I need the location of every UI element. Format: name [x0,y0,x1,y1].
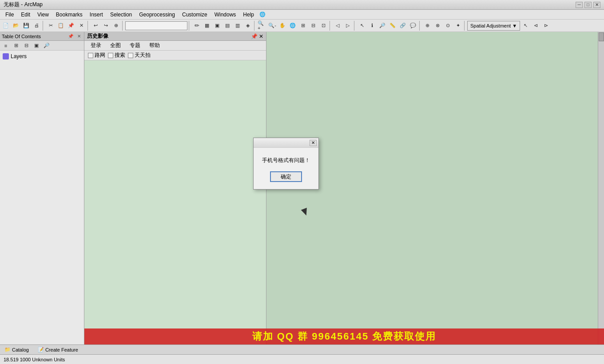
pan-btn[interactable]: ✋ [278,21,287,31]
select-frame[interactable]: ⊡ [318,21,328,31]
edit-tool5[interactable]: ◈ [243,21,253,31]
close-button[interactable]: ✕ [593,2,600,8]
filter-daily[interactable]: 天天拍 [128,51,151,59]
add-data-btn[interactable]: ⊕ [111,21,121,31]
daily-checkbox[interactable] [128,53,133,58]
cut-btn[interactable]: ✂ [46,21,56,31]
find-btn[interactable]: 🔎 [378,21,387,31]
fwd-extent[interactable]: ▷ [343,21,353,31]
hist-pin-btn[interactable]: 📌 [251,33,258,40]
status-bar: 18.519 1000 Unknown Units [0,354,604,364]
toc-source-view[interactable]: ⊟ [21,41,31,51]
fixed-zoom-in[interactable]: ⊞ [298,21,308,31]
right-scrollbar[interactable] [598,32,604,344]
watermark-banner: 请加 QQ 群 996456145 免费获取使用 [84,328,604,344]
spatial-find[interactable]: ⊕ [422,21,432,31]
coord-value: 18.519 [4,357,19,362]
spatial-prev[interactable]: ⊲ [531,21,540,31]
scale-dropdown[interactable] [125,21,187,30]
toc-select-view[interactable]: ▣ [32,41,41,51]
roadnet-checkbox[interactable] [88,53,93,58]
fixed-zoom-out[interactable]: ⊟ [308,21,318,31]
menu-file[interactable]: File [2,11,17,19]
filter-roadnet[interactable]: 路网 [88,51,105,59]
sep4 [189,21,191,31]
menu-windows[interactable]: Windows [211,11,240,19]
catalog-tab[interactable]: 📁 Catalog [2,346,32,353]
spatial-tool3[interactable]: ⊙ [443,21,453,31]
redo-btn[interactable]: ↪ [101,21,111,31]
edit-tool2[interactable]: ▣ [212,21,222,31]
menu-view[interactable]: View [34,11,52,19]
scrollbar-thumb[interactable] [599,32,604,41]
measure-btn[interactable]: 📏 [388,21,397,31]
target-layer-btn[interactable]: ▦ [202,21,212,31]
paste-btn[interactable]: 📌 [66,21,76,31]
window-controls: ─ □ ✕ [576,2,600,8]
toc-drawing-order[interactable]: ⊞ [11,41,21,51]
open-btn[interactable]: 📂 [11,21,21,31]
layers-group[interactable]: Layers [2,52,82,60]
globe-icon[interactable]: 🌐 [258,10,267,20]
delete-btn[interactable]: ✕ [76,21,86,31]
hist-menu: 登录 全图 专题 帮助 [84,41,266,51]
menu-selection[interactable]: Selection [107,11,135,19]
hist-map-area [84,60,266,344]
identify-btn[interactable]: ℹ [367,21,377,31]
toc-search[interactable]: 🔎 [42,41,52,51]
menu-customize[interactable]: Customize [179,11,211,19]
menu-help[interactable]: Help [239,11,258,19]
spatial-dropdown-arrow: ▼ [512,23,517,28]
hyperlink-btn[interactable]: 🔗 [398,21,408,31]
toc-content: Layers [0,51,84,344]
save-btn[interactable]: 💾 [21,21,31,31]
maximize-button[interactable]: □ [584,2,592,8]
hist-title: 历史影像 [87,32,108,40]
edit-tool3[interactable]: ▤ [223,21,232,31]
hist-menu-fullmap[interactable]: 全图 [106,41,125,50]
hist-close-btn[interactable]: ✕ [259,33,263,40]
html-popup[interactable]: 💬 [408,21,418,31]
menu-bookmarks[interactable]: Bookmarks [52,11,86,19]
search-checkbox[interactable] [108,53,113,58]
toc-close-btn[interactable]: ✕ [76,33,82,39]
zoom-in-btn[interactable]: 🔍+ [257,21,267,31]
undo-btn[interactable]: ↩ [91,21,100,31]
hist-menu-theme[interactable]: 专题 [125,41,145,50]
back-extent[interactable]: ◁ [333,21,342,31]
filter-search[interactable]: 搜索 [108,51,125,59]
dialog-ok-button[interactable]: 确定 [270,171,302,182]
minimize-button[interactable]: ─ [576,2,583,8]
copy-btn[interactable]: 📋 [56,21,66,31]
spatial-tool2[interactable]: ⊗ [433,21,442,31]
menu-edit[interactable]: Edit [17,11,34,19]
world-btn[interactable]: 🌐 [288,21,298,31]
toc-list-view[interactable]: ≡ [1,41,11,51]
spatial-adjustment-dropdown[interactable]: Spatial Adjustment ▼ [467,21,520,31]
spatial-cursor[interactable]: ↖ [521,21,530,31]
edit-vertices-btn[interactable]: ✏ [192,21,202,31]
catalog-label: Catalog [12,347,29,352]
roadnet-label: 路网 [95,51,105,59]
hist-menu-login[interactable]: 登录 [86,41,106,50]
sep9 [464,21,466,31]
sep2 [87,21,89,31]
toc-pin-btn[interactable]: 📌 [67,33,75,39]
print-btn[interactable]: 🖨 [32,21,41,31]
select-arrow[interactable]: ↖ [357,21,367,31]
main-toolbar: 📄 📂 💾 🖨 ✂ 📋 📌 ✕ ↩ ↪ ⊕ ✏ ▦ ▣ ▤ ▥ ◈ 🔍+ 🔍- … [0,20,604,32]
spatial-next[interactable]: ⊳ [541,21,551,31]
zoom-out-btn[interactable]: 🔍- [267,21,277,31]
hist-controls: 📌 ✕ [251,33,263,40]
spatial-tool4[interactable]: ✦ [453,21,463,31]
menu-geoprocessing[interactable]: Geoprocessing [135,11,179,19]
sep5 [254,21,256,31]
hist-menu-help[interactable]: 帮助 [145,41,164,50]
menu-insert[interactable]: Insert [86,11,107,19]
dialog-close-btn[interactable]: ✕ [310,140,317,146]
new-btn[interactable]: 📄 [1,21,11,31]
create-feature-tab[interactable]: 📝 Create Feature [35,346,81,353]
daily-label: 天天拍 [135,51,151,59]
edit-tool4[interactable]: ▥ [233,21,242,31]
title-bar: 无标题 - ArcMap ─ □ ✕ [0,0,604,10]
